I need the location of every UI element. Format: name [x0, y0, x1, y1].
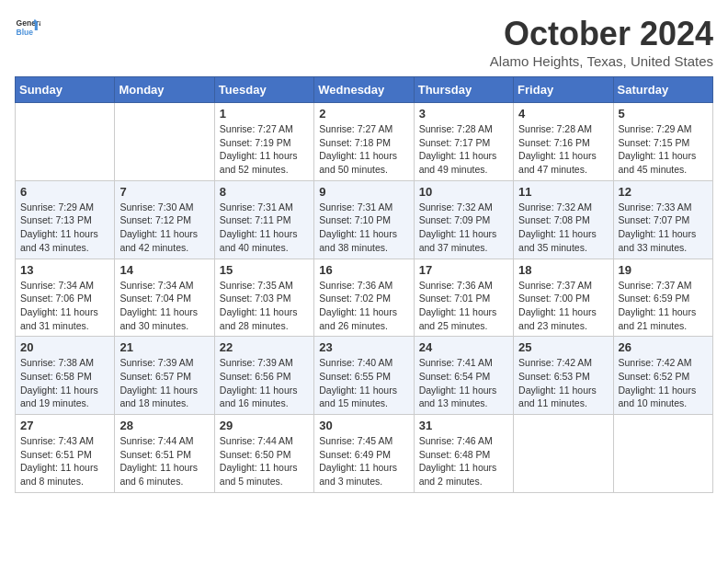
day-info: Sunrise: 7:34 AM Sunset: 7:04 PM Dayligh… [119, 279, 209, 333]
day-number: 5 [619, 107, 708, 121]
day-number: 2 [319, 107, 408, 121]
calendar-cell: 14Sunrise: 7:34 AM Sunset: 7:04 PM Dayli… [115, 259, 214, 337]
day-info: Sunrise: 7:34 AM Sunset: 7:06 PM Dayligh… [20, 279, 109, 333]
calendar-cell: 30Sunrise: 7:45 AM Sunset: 6:49 PM Dayli… [314, 415, 414, 493]
day-number: 16 [319, 263, 408, 277]
day-info: Sunrise: 7:42 AM Sunset: 6:52 PM Dayligh… [619, 356, 708, 410]
day-number: 11 [518, 185, 608, 199]
day-number: 29 [220, 419, 309, 432]
day-number: 12 [619, 185, 708, 199]
calendar-cell: 31Sunrise: 7:46 AM Sunset: 6:48 PM Dayli… [414, 415, 513, 493]
day-info: Sunrise: 7:41 AM Sunset: 6:54 PM Dayligh… [419, 356, 508, 410]
location: Alamo Heights, Texas, United States [490, 53, 713, 69]
day-info: Sunrise: 7:27 AM Sunset: 7:18 PM Dayligh… [319, 122, 408, 177]
day-info: Sunrise: 7:45 AM Sunset: 6:49 PM Dayligh… [319, 434, 408, 488]
day-info: Sunrise: 7:44 AM Sunset: 6:50 PM Dayligh… [220, 434, 309, 488]
calendar-cell: 6Sunrise: 7:29 AM Sunset: 7:13 PM Daylig… [16, 180, 115, 259]
day-info: Sunrise: 7:31 AM Sunset: 7:10 PM Dayligh… [319, 201, 408, 255]
calendar-cell: 9Sunrise: 7:31 AM Sunset: 7:10 PM Daylig… [314, 180, 414, 259]
calendar-cell: 16Sunrise: 7:36 AM Sunset: 7:02 PM Dayli… [314, 259, 414, 337]
day-number: 8 [220, 185, 309, 199]
calendar-cell: 2Sunrise: 7:27 AM Sunset: 7:18 PM Daylig… [314, 103, 414, 181]
day-number: 3 [419, 107, 508, 121]
weekday-monday: Monday [115, 77, 214, 103]
page-header: General Blue October 2024 Alamo Heights,… [15, 15, 713, 69]
calendar-cell: 21Sunrise: 7:39 AM Sunset: 6:57 PM Dayli… [115, 337, 214, 415]
day-number: 17 [419, 263, 508, 277]
weekday-sunday: Sunday [16, 77, 115, 103]
day-number: 21 [119, 340, 209, 354]
calendar-cell: 24Sunrise: 7:41 AM Sunset: 6:54 PM Dayli… [414, 337, 513, 415]
week-row-5: 27Sunrise: 7:43 AM Sunset: 6:51 PM Dayli… [16, 415, 713, 493]
week-row-2: 6Sunrise: 7:29 AM Sunset: 7:13 PM Daylig… [16, 180, 713, 259]
day-number: 15 [220, 263, 309, 277]
calendar-cell: 3Sunrise: 7:28 AM Sunset: 7:17 PM Daylig… [414, 103, 513, 181]
day-number: 22 [220, 340, 309, 354]
day-info: Sunrise: 7:40 AM Sunset: 6:55 PM Dayligh… [319, 356, 408, 410]
svg-text:Blue: Blue [17, 28, 34, 37]
week-row-3: 13Sunrise: 7:34 AM Sunset: 7:06 PM Dayli… [16, 259, 713, 337]
calendar-cell: 13Sunrise: 7:34 AM Sunset: 7:06 PM Dayli… [16, 259, 115, 337]
day-number: 23 [319, 340, 408, 354]
weekday-wednesday: Wednesday [314, 77, 414, 103]
day-info: Sunrise: 7:32 AM Sunset: 7:08 PM Dayligh… [518, 201, 608, 255]
day-info: Sunrise: 7:31 AM Sunset: 7:11 PM Dayligh… [220, 201, 309, 255]
calendar-cell [613, 415, 712, 493]
calendar-cell: 10Sunrise: 7:32 AM Sunset: 7:09 PM Dayli… [414, 180, 513, 259]
day-info: Sunrise: 7:37 AM Sunset: 7:00 PM Dayligh… [518, 279, 608, 333]
day-info: Sunrise: 7:38 AM Sunset: 6:58 PM Dayligh… [20, 356, 109, 410]
calendar-cell: 8Sunrise: 7:31 AM Sunset: 7:11 PM Daylig… [214, 180, 313, 259]
calendar-cell: 22Sunrise: 7:39 AM Sunset: 6:56 PM Dayli… [214, 337, 313, 415]
day-number: 9 [319, 185, 408, 199]
day-number: 18 [518, 263, 608, 277]
calendar-cell: 20Sunrise: 7:38 AM Sunset: 6:58 PM Dayli… [16, 337, 115, 415]
day-number: 24 [419, 340, 508, 354]
day-info: Sunrise: 7:30 AM Sunset: 7:12 PM Dayligh… [119, 201, 209, 255]
calendar-cell [16, 103, 115, 181]
calendar-cell: 17Sunrise: 7:36 AM Sunset: 7:01 PM Dayli… [414, 259, 513, 337]
day-number: 6 [20, 185, 109, 199]
day-info: Sunrise: 7:42 AM Sunset: 6:53 PM Dayligh… [518, 356, 608, 410]
calendar-cell: 4Sunrise: 7:28 AM Sunset: 7:16 PM Daylig… [514, 103, 613, 181]
day-info: Sunrise: 7:33 AM Sunset: 7:07 PM Dayligh… [619, 201, 708, 255]
day-info: Sunrise: 7:39 AM Sunset: 6:57 PM Dayligh… [119, 356, 209, 410]
day-info: Sunrise: 7:39 AM Sunset: 6:56 PM Dayligh… [220, 356, 309, 410]
day-number: 20 [20, 340, 109, 354]
day-info: Sunrise: 7:28 AM Sunset: 7:16 PM Dayligh… [518, 122, 608, 177]
weekday-friday: Friday [514, 77, 613, 103]
day-number: 14 [119, 263, 209, 277]
day-info: Sunrise: 7:37 AM Sunset: 6:59 PM Dayligh… [619, 279, 708, 333]
month-title: October 2024 [490, 15, 713, 53]
day-info: Sunrise: 7:32 AM Sunset: 7:09 PM Dayligh… [419, 201, 508, 255]
day-info: Sunrise: 7:46 AM Sunset: 6:48 PM Dayligh… [419, 434, 508, 488]
calendar-cell: 15Sunrise: 7:35 AM Sunset: 7:03 PM Dayli… [214, 259, 313, 337]
calendar-cell: 26Sunrise: 7:42 AM Sunset: 6:52 PM Dayli… [613, 337, 712, 415]
weekday-header-row: SundayMondayTuesdayWednesdayThursdayFrid… [16, 77, 713, 103]
title-block: October 2024 Alamo Heights, Texas, Unite… [490, 15, 713, 69]
logo-icon: General Blue [15, 15, 40, 40]
day-info: Sunrise: 7:27 AM Sunset: 7:19 PM Dayligh… [220, 122, 309, 177]
calendar-cell: 23Sunrise: 7:40 AM Sunset: 6:55 PM Dayli… [314, 337, 414, 415]
day-number: 4 [518, 107, 608, 121]
day-number: 19 [619, 263, 708, 277]
day-number: 13 [20, 263, 109, 277]
day-info: Sunrise: 7:35 AM Sunset: 7:03 PM Dayligh… [220, 279, 309, 333]
day-info: Sunrise: 7:28 AM Sunset: 7:17 PM Dayligh… [419, 122, 508, 177]
weekday-saturday: Saturday [613, 77, 712, 103]
day-info: Sunrise: 7:29 AM Sunset: 7:15 PM Dayligh… [619, 122, 708, 177]
day-number: 7 [119, 185, 209, 199]
weekday-thursday: Thursday [414, 77, 513, 103]
calendar-cell: 12Sunrise: 7:33 AM Sunset: 7:07 PM Dayli… [613, 180, 712, 259]
day-number: 25 [518, 340, 608, 354]
calendar-cell [115, 103, 214, 181]
calendar-cell: 29Sunrise: 7:44 AM Sunset: 6:50 PM Dayli… [214, 415, 313, 493]
day-number: 1 [220, 107, 309, 121]
calendar-cell: 7Sunrise: 7:30 AM Sunset: 7:12 PM Daylig… [115, 180, 214, 259]
calendar-cell: 18Sunrise: 7:37 AM Sunset: 7:00 PM Dayli… [514, 259, 613, 337]
calendar-cell: 27Sunrise: 7:43 AM Sunset: 6:51 PM Dayli… [16, 415, 115, 493]
week-row-1: 1Sunrise: 7:27 AM Sunset: 7:19 PM Daylig… [16, 103, 713, 181]
day-info: Sunrise: 7:36 AM Sunset: 7:01 PM Dayligh… [419, 279, 508, 333]
calendar-table: SundayMondayTuesdayWednesdayThursdayFrid… [15, 76, 713, 493]
day-info: Sunrise: 7:44 AM Sunset: 6:51 PM Dayligh… [119, 434, 209, 488]
calendar-cell: 5Sunrise: 7:29 AM Sunset: 7:15 PM Daylig… [613, 103, 712, 181]
